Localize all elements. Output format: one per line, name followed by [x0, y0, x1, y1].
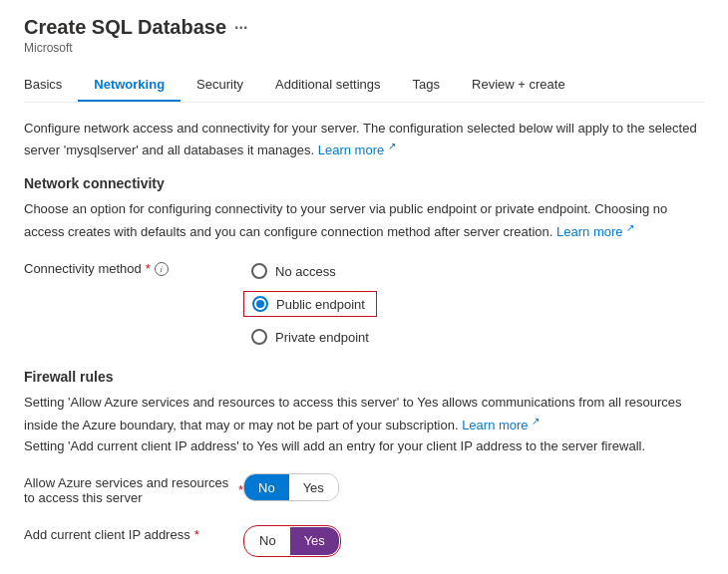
- networking-description: Configure network access and connectivit…: [24, 119, 704, 159]
- allow-azure-toggle-no[interactable]: No: [244, 474, 289, 501]
- page-container: Create SQL Database ··· Microsoft Basics…: [0, 0, 728, 574]
- page-subtitle: Microsoft: [24, 41, 704, 55]
- add-client-ip-label: Add current client IP address *: [24, 525, 243, 542]
- radio-dot: [256, 300, 264, 308]
- add-client-ip-toggle-group: No Yes: [243, 525, 341, 557]
- info-icon[interactable]: i: [155, 262, 169, 276]
- radio-option-public-endpoint[interactable]: Public endpoint: [243, 291, 377, 317]
- tab-basics[interactable]: Basics: [24, 69, 78, 102]
- tab-review-create[interactable]: Review + create: [456, 69, 581, 102]
- external-link-icon-1: ↗: [388, 141, 396, 151]
- external-link-icon-2: ↗: [626, 222, 634, 233]
- add-client-ip-toggle-highlighted: No Yes: [243, 525, 341, 557]
- add-client-ip-toggle-yes[interactable]: Yes: [290, 527, 339, 555]
- ellipsis-menu-icon[interactable]: ···: [234, 19, 247, 37]
- allow-azure-toggle-group: No Yes: [243, 473, 339, 501]
- radio-private-endpoint-label: Private endpoint: [275, 330, 369, 345]
- radio-no-access-label: No access: [275, 264, 336, 279]
- connectivity-radio-group: No access Public endpoint Private endpoi…: [243, 259, 377, 349]
- add-client-ip-toggle[interactable]: No Yes: [245, 527, 339, 555]
- add-client-ip-required: *: [194, 527, 199, 542]
- tab-bar: Basics Networking Security Additional se…: [24, 69, 704, 103]
- tab-networking[interactable]: Networking: [78, 69, 181, 102]
- required-indicator: *: [146, 261, 151, 276]
- firewall-rules-description: Setting 'Allow Azure services and resour…: [24, 393, 704, 457]
- allow-azure-label: Allow Azure services and resources to ac…: [24, 473, 243, 505]
- radio-public-endpoint[interactable]: [252, 296, 268, 312]
- allow-azure-toggle-yes[interactable]: Yes: [289, 474, 338, 501]
- add-client-ip-row: Add current client IP address * No Yes: [24, 525, 704, 557]
- radio-option-private-endpoint[interactable]: Private endpoint: [243, 325, 377, 349]
- learn-more-link-2[interactable]: Learn more ↗: [556, 224, 634, 239]
- radio-public-endpoint-label: Public endpoint: [276, 297, 365, 312]
- network-connectivity-title: Network connectivity: [24, 175, 704, 191]
- page-title: Create SQL Database ···: [24, 16, 247, 39]
- networking-content: Configure network access and connectivit…: [24, 119, 704, 557]
- tab-tags[interactable]: Tags: [397, 69, 456, 102]
- learn-more-link-3[interactable]: Learn more ↗: [462, 418, 540, 432]
- network-connectivity-description: Choose an option for configuring connect…: [24, 199, 704, 243]
- learn-more-link-1[interactable]: Learn more ↗: [318, 143, 396, 157]
- connectivity-method-label: Connectivity method * i: [24, 259, 243, 276]
- firewall-rules-title: Firewall rules: [24, 369, 704, 385]
- connectivity-method-row: Connectivity method * i No access Public…: [24, 259, 704, 349]
- radio-option-no-access[interactable]: No access: [243, 259, 377, 283]
- add-client-ip-toggle-no[interactable]: No: [245, 527, 290, 555]
- tab-security[interactable]: Security: [181, 69, 259, 102]
- radio-no-access[interactable]: [251, 263, 267, 279]
- firewall-rules-section: Firewall rules Setting 'Allow Azure serv…: [24, 369, 704, 557]
- allow-azure-toggle[interactable]: No Yes: [243, 473, 339, 501]
- allow-azure-row: Allow Azure services and resources to ac…: [24, 473, 704, 505]
- tab-additional-settings[interactable]: Additional settings: [259, 69, 397, 102]
- radio-private-endpoint[interactable]: [251, 329, 267, 345]
- external-link-icon-3: ↗: [532, 416, 540, 427]
